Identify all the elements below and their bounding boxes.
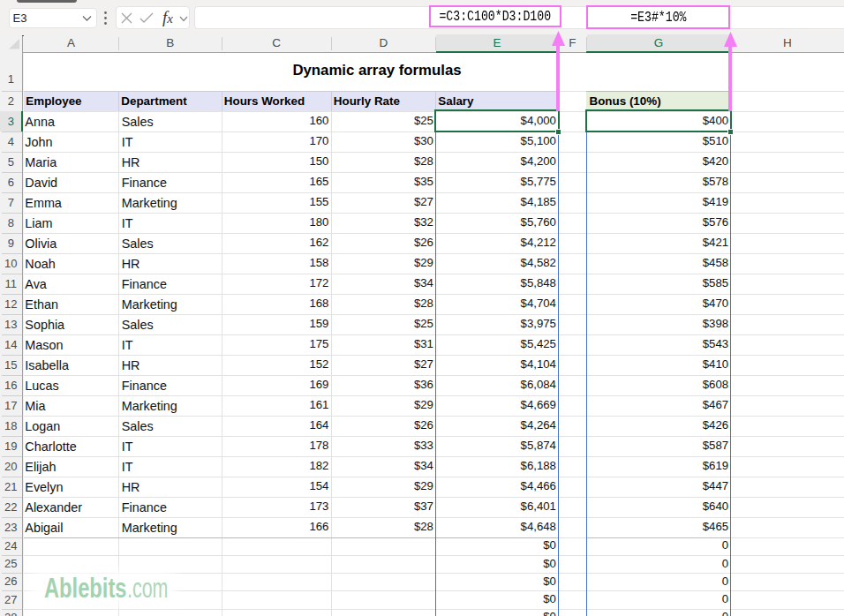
- svg-text:.com: .com: [127, 573, 169, 603]
- svg-text:Ablebits: Ablebits: [44, 573, 127, 603]
